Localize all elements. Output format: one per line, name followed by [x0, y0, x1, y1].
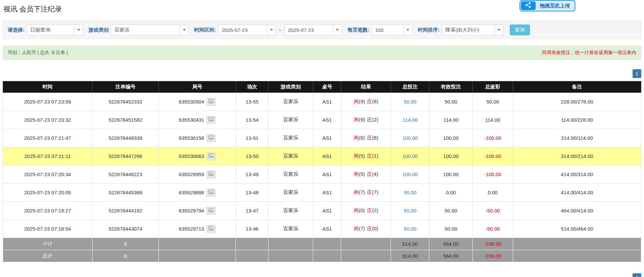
caret-down-icon [497, 29, 501, 31]
page-size-dropdown-button[interactable] [403, 25, 412, 35]
total-bet-link[interactable]: 50.00 [404, 208, 417, 213]
video-replay-button[interactable] [207, 189, 216, 197]
cell-time: 2025-07-23 07:20:05 [3, 184, 93, 202]
total-bet-link[interactable]: 100.00 [402, 171, 418, 177]
footer-valid-bet: 564.00 [429, 250, 473, 262]
result-player-label: 闲 [354, 226, 359, 231]
video-replay-button[interactable] [207, 225, 216, 233]
cell-total-bet: 50.00 [391, 220, 429, 238]
result-banker-label: 庄 [367, 226, 372, 231]
filter-label-game: 游戏类别 [88, 27, 109, 33]
result-player-score: (6) [359, 135, 365, 141]
total-bet-link[interactable]: 100.00 [402, 153, 418, 159]
video-replay-button[interactable] [207, 116, 216, 124]
round-id: 635529888 [179, 190, 204, 195]
time-sort-select: 降幂(由大到小) [442, 25, 504, 35]
total-bet-link[interactable]: 50.00 [404, 99, 417, 105]
game-type-value[interactable]: 百家乐 [111, 25, 180, 35]
total-bet-link[interactable]: 50.00 [404, 190, 417, 195]
table-row[interactable]: 2025-07-23 07:21:47 522678448339 6355301… [3, 129, 641, 147]
cell-result: 闲(5)庄(4) [341, 165, 391, 184]
game-type-dropdown-button[interactable] [180, 25, 188, 35]
table-row[interactable]: 2025-07-23 07:23:59 522678452332 6355305… [3, 93, 641, 111]
footer-total-bet: 614.00 [391, 250, 429, 262]
cell-bet-id: 522678448339 [92, 129, 158, 147]
date-to-dropdown-button[interactable] [333, 25, 342, 35]
cell-round: 635529888 [158, 184, 236, 202]
result-player-label: 闲 [354, 171, 359, 177]
total-bet-link[interactable]: 114.00 [402, 117, 418, 123]
table-row[interactable]: 2025-07-23 07:19:27 522678444192 6355297… [3, 202, 641, 220]
video-replay-button[interactable] [207, 98, 216, 106]
column-header: 结果 [341, 81, 391, 93]
video-snapshot-icon [208, 190, 214, 195]
records-table: 时间注单编号局号场次游戏类别桌号结果总投注有效投注总派彩备注 2025-07-2… [3, 81, 641, 262]
result-banker-label: 庄 [367, 98, 372, 104]
column-header: 总投注 [391, 81, 429, 93]
cell-table-no: AS1 [313, 147, 341, 165]
cell-time: 2025-07-23 07:20:34 [3, 165, 93, 184]
pagination-page-1[interactable]: 1 [633, 69, 641, 78]
table-row[interactable]: 2025-07-23 07:20:34 522678446223 6355299… [3, 165, 641, 184]
cell-table-no: AS1 [313, 165, 341, 184]
cell-round: 635530504 [158, 93, 236, 111]
cell-game-type: 百家乐 [269, 220, 313, 238]
pagination-page-1-bottom[interactable]: 1 [633, 273, 641, 277]
date-from-dropdown-button[interactable] [267, 25, 276, 35]
result-banker-score: (2) [372, 207, 378, 213]
footer-payout: -236.00 [473, 250, 513, 262]
cell-game-type: 百家乐 [269, 93, 313, 111]
table-row[interactable]: 2025-07-23 07:23:32 522678451582 6355304… [3, 111, 641, 129]
query-mode-dropdown-button[interactable] [74, 25, 83, 35]
cell-valid-bet: 50.00 [429, 93, 473, 111]
summary-text: 币别：人民币 | 总共 :8 注单 | [8, 50, 68, 56]
cell-round: 635529713 [158, 220, 236, 238]
cell-remark: 414.00/414.00 [513, 184, 641, 202]
table-row[interactable]: 2025-07-23 07:20:05 522678445388 6355298… [3, 184, 641, 202]
time-sort-value[interactable]: 降幂(由大到小) [442, 25, 495, 35]
cell-round: 635529959 [158, 165, 236, 184]
video-replay-button[interactable] [207, 134, 216, 142]
video-replay-button[interactable] [207, 170, 216, 179]
query-mode-value[interactable]: 日期查询 [27, 25, 74, 35]
cell-remark: 464.00/414.00 [513, 202, 641, 220]
upload-dropzone[interactable]: 拖拽至此上传 [520, 0, 575, 11]
table-row[interactable]: 2025-07-23 07:21:11 522678447296 6355300… [3, 147, 641, 165]
result-banker-label: 庄 [367, 117, 372, 122]
date-from-select: 2025-07-23 [218, 25, 276, 35]
cell-result: 闲(9)庄(2) [341, 111, 391, 129]
column-header: 注单编号 [92, 81, 158, 93]
time-sort-dropdown-button[interactable] [495, 25, 503, 35]
cell-bet-id: 522678447296 [92, 147, 158, 165]
result-player-score: (9) [359, 117, 365, 122]
video-replay-button[interactable] [207, 152, 216, 160]
date-from-value[interactable]: 2025-07-23 [218, 25, 267, 35]
cell-total-bet: 114.00 [391, 111, 429, 129]
date-to-value[interactable]: 2025-07-23 [285, 25, 333, 35]
page-size-value[interactable]: 100 [372, 25, 403, 35]
summary-note: 同局有效投注，统一计算在该局第一张注单内 [542, 50, 636, 56]
table-footer-row: 小计 8 614.00 564.00 -236.00 [3, 238, 641, 250]
date-range-separator: ~ [279, 27, 282, 33]
cell-valid-bet: 50.00 [429, 220, 473, 238]
search-button[interactable]: 查询 [510, 25, 530, 35]
video-replay-button[interactable] [207, 207, 216, 215]
cell-game-type: 百家乐 [269, 111, 313, 129]
table-row[interactable]: 2025-07-23 07:18:54 522678443074 6355297… [3, 220, 641, 238]
total-bet-link[interactable]: 100.00 [402, 135, 418, 141]
column-header: 有效投注 [429, 81, 473, 93]
cell-round: 635530431 [158, 111, 236, 129]
cell-game-type: 百家乐 [269, 184, 313, 202]
table-head: 时间注单编号局号场次游戏类别桌号结果总投注有效投注总派彩备注 [3, 81, 641, 93]
cell-valid-bet: 100.00 [429, 147, 473, 165]
cell-total-bet: 50.00 [391, 184, 429, 202]
result-player-label: 闲 [354, 189, 359, 195]
total-bet-link[interactable]: 50.00 [404, 226, 417, 232]
query-mode-select: 日期查询 [27, 25, 83, 35]
cell-session: 13-51 [236, 129, 269, 147]
result-banker-label: 庄 [367, 189, 372, 195]
cell-table-no: AS1 [313, 93, 341, 111]
round-id: 635530158 [179, 135, 204, 141]
result-player-label: 闲 [354, 98, 359, 104]
cell-valid-bet: 100.00 [429, 129, 473, 147]
